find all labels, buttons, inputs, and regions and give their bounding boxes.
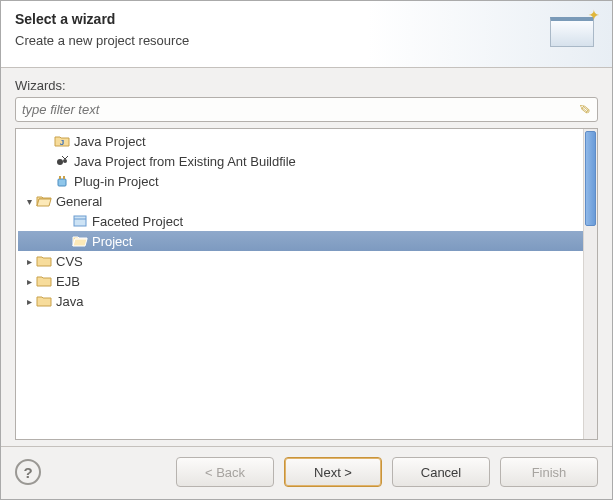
project-icon bbox=[72, 233, 88, 249]
tree-item-cvs[interactable]: ▸CVS bbox=[18, 251, 583, 271]
dialog-footer: ? < Back Next > Cancel Finish bbox=[1, 446, 612, 499]
cancel-button[interactable]: Cancel bbox=[392, 457, 490, 487]
tree-item-java-ant[interactable]: Java Project from Existing Ant Buildfile bbox=[18, 151, 583, 171]
tree-item-label: EJB bbox=[56, 274, 80, 289]
tree-item-general[interactable]: ▾General bbox=[18, 191, 583, 211]
tree-item-faceted[interactable]: Faceted Project bbox=[18, 211, 583, 231]
filter-row bbox=[15, 97, 598, 122]
expand-arrow-right-icon[interactable]: ▸ bbox=[22, 274, 36, 288]
scrollbar-thumb[interactable] bbox=[585, 131, 596, 226]
folder-icon bbox=[36, 253, 52, 269]
vertical-scrollbar[interactable] bbox=[583, 129, 597, 439]
tree-item-label: Java bbox=[56, 294, 83, 309]
tree-item-label: Faceted Project bbox=[92, 214, 183, 229]
tree-item-label: General bbox=[56, 194, 102, 209]
facet-icon bbox=[72, 213, 88, 229]
header-text: Select a wizard Create a new project res… bbox=[15, 11, 542, 48]
dialog-body: Wizards: JJava ProjectJava Project from … bbox=[1, 68, 612, 446]
filter-input[interactable] bbox=[15, 97, 598, 122]
tree-item-label: Project bbox=[92, 234, 132, 249]
folder-icon bbox=[36, 273, 52, 289]
svg-rect-6 bbox=[59, 176, 61, 179]
svg-line-3 bbox=[65, 156, 68, 159]
help-button[interactable]: ? bbox=[15, 459, 41, 485]
tree-item-ejb[interactable]: ▸EJB bbox=[18, 271, 583, 291]
tree-item-java-project[interactable]: JJava Project bbox=[18, 131, 583, 151]
tree-item-project[interactable]: Project bbox=[18, 231, 583, 251]
dialog-header: Select a wizard Create a new project res… bbox=[1, 1, 612, 68]
new-project-wizard-icon bbox=[542, 11, 598, 55]
tree-item-label: Java Project bbox=[74, 134, 146, 149]
tree-item-label: Java Project from Existing Ant Buildfile bbox=[74, 154, 296, 169]
tree-item-label: Plug-in Project bbox=[74, 174, 159, 189]
tree-viewport[interactable]: JJava ProjectJava Project from Existing … bbox=[16, 129, 583, 439]
svg-rect-7 bbox=[63, 176, 65, 179]
tree-item-plugin-project[interactable]: Plug-in Project bbox=[18, 171, 583, 191]
ant-icon bbox=[54, 153, 70, 169]
svg-rect-8 bbox=[74, 216, 86, 226]
svg-point-2 bbox=[63, 159, 67, 163]
java-project-icon: J bbox=[54, 133, 70, 149]
finish-button: Finish bbox=[500, 457, 598, 487]
folder-open-icon bbox=[36, 193, 52, 209]
dialog-title: Select a wizard bbox=[15, 11, 542, 27]
tree-item-java-cat[interactable]: ▸Java bbox=[18, 291, 583, 311]
expand-arrow-down-icon[interactable]: ▾ bbox=[22, 194, 36, 208]
wizard-tree: JJava ProjectJava Project from Existing … bbox=[15, 128, 598, 440]
wizard-dialog: Select a wizard Create a new project res… bbox=[0, 0, 613, 500]
svg-text:J: J bbox=[60, 138, 64, 147]
folder-icon bbox=[36, 293, 52, 309]
plugin-icon bbox=[54, 173, 70, 189]
clear-filter-icon[interactable] bbox=[577, 102, 593, 118]
dialog-subtitle: Create a new project resource bbox=[15, 33, 542, 48]
tree-item-label: CVS bbox=[56, 254, 83, 269]
svg-point-1 bbox=[57, 159, 63, 165]
wizards-label: Wizards: bbox=[15, 78, 598, 93]
expand-arrow-right-icon[interactable]: ▸ bbox=[22, 254, 36, 268]
back-button: < Back bbox=[176, 457, 274, 487]
svg-line-4 bbox=[62, 156, 65, 159]
svg-rect-5 bbox=[58, 179, 66, 186]
next-button[interactable]: Next > bbox=[284, 457, 382, 487]
expand-arrow-right-icon[interactable]: ▸ bbox=[22, 294, 36, 308]
